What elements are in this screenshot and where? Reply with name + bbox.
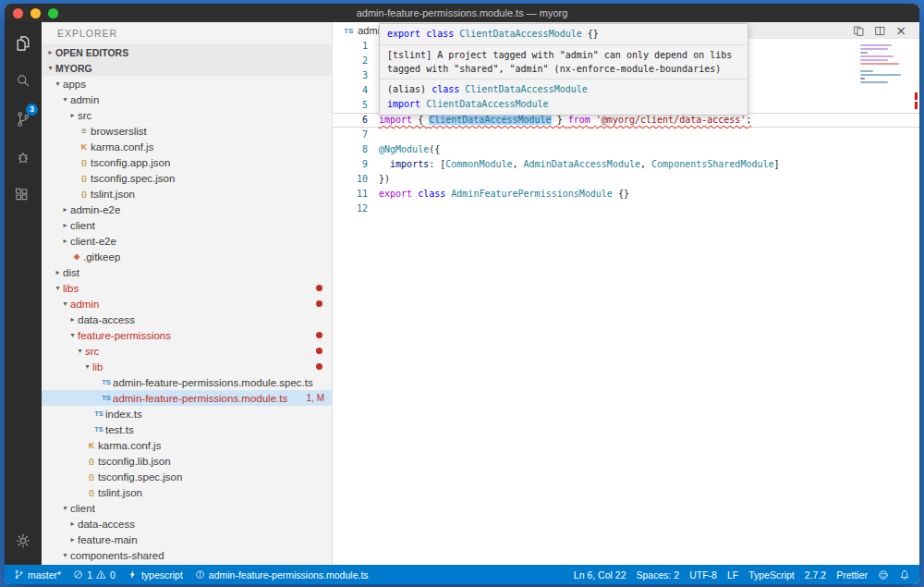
item-label: feature-main: [78, 534, 138, 545]
line-number: 12: [333, 202, 368, 216]
tree-item-admin[interactable]: ▾admin: [42, 296, 332, 312]
tree-item-tsconfig-spec-json[interactable]: {}tsconfig.spec.json: [42, 469, 332, 484]
tree-item-karma-conf-js[interactable]: Kkarma.conf.js: [42, 437, 332, 453]
tree-item-src[interactable]: ▸src: [42, 107, 332, 123]
section-open-editors[interactable]: ▸OPEN EDITORS: [42, 44, 332, 60]
activity-bar: 3: [5, 22, 42, 565]
notifications[interactable]: [899, 569, 910, 581]
zoom-window-button[interactable]: [48, 8, 58, 18]
vscode-window: admin-feature-permissions.module.ts — my…: [5, 4, 919, 584]
minimap[interactable]: [858, 41, 905, 98]
debug-button[interactable]: [5, 138, 42, 176]
code-line-9: 9 imports: [CommonModule, AdminDataAcces…: [333, 157, 919, 172]
status-text: TypeScript: [748, 569, 795, 581]
item-label: tsconfig.app.json: [91, 157, 170, 168]
active-file-status[interactable]: admin-feature-permissions.module.ts: [195, 569, 369, 581]
status-text: 0: [110, 569, 116, 581]
source-control-button[interactable]: 3: [5, 100, 42, 138]
problems-status[interactable]: 10: [73, 569, 116, 581]
tree-item-admin-feature-permissions-module-spec-ts[interactable]: TSadmin-feature-permissions.module.spec.…: [42, 374, 332, 390]
search-icon: [14, 72, 32, 91]
tree-item-feature-main[interactable]: ▸feature-main: [42, 532, 332, 547]
tree-item-tslint-json[interactable]: {}tslint.json: [42, 186, 332, 202]
formatter[interactable]: Prettier: [836, 569, 868, 581]
tree-item-apps[interactable]: ▾apps: [42, 76, 332, 92]
tree-item-tslint-json[interactable]: {}tslint.json: [42, 484, 332, 500]
tree-item-tsconfig-lib-json[interactable]: {}tsconfig.lib.json: [42, 453, 332, 469]
tree-item-client[interactable]: ▸client: [42, 217, 332, 233]
feedback[interactable]: [878, 569, 889, 581]
close-icon[interactable]: ×: [895, 24, 906, 37]
smiley-icon: [878, 569, 889, 581]
hover-quickinfo: (alias) class ClientDataAccessModuleimpo…: [380, 79, 748, 115]
section-myorg[interactable]: ▾MYORG: [42, 60, 332, 76]
chevron-down-icon: ▾: [60, 95, 70, 104]
explorer-button[interactable]: [5, 24, 42, 62]
chevron-down-icon: ▾: [53, 284, 63, 292]
tslint-status[interactable]: typescript: [128, 569, 183, 581]
json-file-icon: {}: [85, 488, 98, 496]
problems-badge: 1, M: [307, 393, 324, 403]
tree-item-index-ts[interactable]: TSindex.ts: [42, 406, 332, 422]
tree-item-admin[interactable]: ▾admin: [42, 92, 332, 107]
tree-item-tsconfig-app-json[interactable]: {}tsconfig.app.json: [42, 154, 332, 170]
tree-item-gitkeep[interactable]: ◆.gitkeep: [42, 249, 332, 264]
status-text: UTF-8: [689, 569, 717, 581]
status-text: typescript: [141, 569, 183, 581]
tree-item-libs[interactable]: ▾libs: [42, 280, 332, 296]
git-branch-status[interactable]: master*: [14, 569, 61, 581]
ts-file-icon: TS: [92, 425, 105, 434]
tree-item-tsconfig-spec-json[interactable]: {}tsconfig.spec.json: [42, 170, 332, 186]
item-label: libs: [63, 283, 79, 294]
tree-item-client-e2e[interactable]: ▸client-e2e: [42, 233, 332, 249]
tree-item-client[interactable]: ▾client: [42, 500, 332, 516]
tree-item-components-shared[interactable]: ▾components-shared: [42, 547, 332, 563]
close-window-button[interactable]: [13, 8, 23, 18]
editor-area[interactable]: TS admin-feature-permissions.module.ts ×…: [333, 22, 919, 565]
split-editor-button[interactable]: [874, 25, 886, 37]
tree-item-data-access[interactable]: ▸data-access: [42, 516, 332, 532]
tree-item-test-ts[interactable]: TStest.ts: [42, 422, 332, 437]
tree-item-lib[interactable]: ▾lib: [42, 359, 332, 374]
minimize-window-button[interactable]: [30, 8, 41, 18]
error-dot: [316, 332, 322, 338]
line-number: 10: [333, 172, 368, 187]
encoding[interactable]: UTF-8: [689, 569, 717, 581]
error-dot: [316, 285, 322, 291]
line-number: 9: [333, 157, 368, 172]
bell-icon: [899, 569, 910, 581]
tree-item-src[interactable]: ▾src: [42, 343, 332, 359]
item-label: data-access: [78, 519, 135, 530]
error-squiggle: import { ClientDataAccessModule } from '…: [379, 115, 751, 125]
chevron-right-icon: ▸: [67, 535, 78, 544]
status-bar: master*10typescriptadmin-feature-permiss…: [5, 565, 919, 584]
item-label: client-e2e: [70, 236, 116, 247]
search-button[interactable]: [5, 62, 42, 100]
item-label: client: [70, 503, 95, 514]
line-number: 11: [333, 187, 368, 202]
open-changes-button[interactable]: [853, 25, 865, 37]
line-number: 5: [333, 98, 368, 113]
tree-item-admin-e2e[interactable]: ▸admin-e2e: [42, 202, 332, 217]
tslint-message-line: [tslint] A project tagged with "admin" c…: [387, 48, 740, 62]
hover-tslint-message: [tslint] A project tagged with "admin" c…: [380, 45, 748, 79]
source-control-badge: 3: [26, 104, 38, 116]
tree-item-admin-feature-permissions-module-ts[interactable]: TSadmin-feature-permissions.module.ts1, …: [42, 390, 332, 406]
tree-item-browserslist[interactable]: ≡browserslist: [42, 123, 332, 139]
typescript-version[interactable]: 2.7.2: [805, 569, 826, 581]
eol[interactable]: LF: [727, 569, 738, 581]
chevron-right-icon: ▸: [45, 48, 55, 56]
cursor-position[interactable]: Ln 6, Col 22: [574, 569, 626, 581]
indentation[interactable]: Spaces: 2: [636, 569, 679, 581]
tree-item-dist[interactable]: ▸dist: [42, 264, 332, 280]
tree-item-karma-conf-js[interactable]: Kkarma.conf.js: [42, 139, 332, 154]
extensions-button[interactable]: [5, 176, 42, 214]
item-label: feature-permissions: [78, 330, 171, 341]
language-mode[interactable]: TypeScript: [748, 569, 795, 581]
explorer-sidebar: EXPLORER ▸OPEN EDITORS▾MYORG▾apps▾admin▸…: [42, 22, 333, 565]
tree-item-feature-permissions[interactable]: ▾feature-permissions: [42, 327, 332, 343]
error-marker: [915, 92, 918, 100]
settings-button[interactable]: [5, 521, 42, 559]
window-title: admin-feature-permissions.module.ts — my…: [357, 7, 568, 18]
tree-item-data-access[interactable]: ▸data-access: [42, 312, 332, 327]
